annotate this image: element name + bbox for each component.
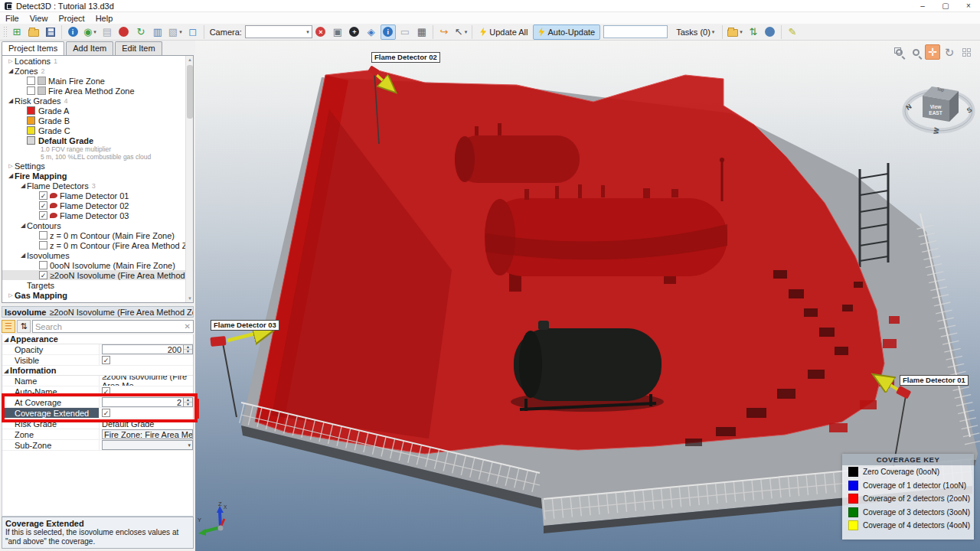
property-value[interactable]: ✓: [99, 386, 193, 396]
record-icon[interactable]: [116, 24, 132, 40]
tree-item[interactable]: ▷Locations1: [2, 56, 193, 66]
alphabetical-view-button[interactable]: ⇅: [17, 320, 31, 333]
tree-item[interactable]: z = 0 m Contour (Main Fire Zone): [2, 230, 193, 240]
tree-item[interactable]: Grade B: [2, 116, 193, 126]
tree-item[interactable]: Grade C: [2, 126, 193, 135]
hud-info-icon[interactable]: i: [381, 24, 396, 40]
dropdown-arrow-icon[interactable]: ▾: [93, 29, 96, 35]
tree-item[interactable]: 0ooN Isovolume (Main Fire Zone): [2, 260, 193, 270]
target-view-icon[interactable]: +: [347, 24, 362, 40]
tree-item[interactable]: ▷Settings: [2, 161, 193, 171]
scroll-down-icon[interactable]: ▼: [186, 295, 194, 302]
expander-closed-icon[interactable]: ▷: [7, 292, 15, 298]
tree-scrollbar[interactable]: ▲ ▼: [185, 56, 193, 302]
select-cursor-icon[interactable]: ↖▾: [453, 24, 469, 40]
property-value[interactable]: ▾: [99, 440, 193, 450]
tree-item[interactable]: z = 0 m Contour (Fire Area Method Zone): [2, 240, 193, 250]
property-checkbox[interactable]: ✓: [102, 409, 110, 417]
grid-icon[interactable]: ▦: [414, 24, 430, 40]
property-row[interactable]: Risk GradeDefault Grade: [2, 419, 193, 429]
export-icon[interactable]: ◉▾: [82, 24, 98, 40]
fit-view-icon[interactable]: ◻: [185, 24, 201, 40]
property-value[interactable]: 200▲▼: [99, 344, 193, 354]
open-recent-icon[interactable]: ▾: [726, 24, 744, 40]
quick-search-input[interactable]: [603, 25, 668, 38]
spin-down-icon[interactable]: ▼: [184, 350, 192, 354]
tree-item[interactable]: ◢Contours: [2, 220, 193, 230]
spin-down-icon[interactable]: ▼: [184, 403, 192, 406]
zoom-icon[interactable]: [908, 44, 923, 60]
report-icon[interactable]: ▧▾: [167, 24, 184, 40]
property-checkbox[interactable]: ✓: [102, 356, 110, 364]
property-value[interactable]: 2▲▼: [99, 397, 193, 407]
auto-update-button[interactable]: Auto-Update: [533, 24, 600, 40]
clear-search-icon[interactable]: ✕: [185, 322, 191, 331]
tree-item[interactable]: ✓Flame Detector 01: [2, 191, 193, 201]
columns-icon[interactable]: ▥: [150, 24, 165, 40]
tree-item[interactable]: ◢Isovolumes: [2, 250, 193, 260]
menu-help[interactable]: Help: [90, 14, 119, 23]
menu-project[interactable]: Project: [53, 14, 90, 23]
tree-checkbox[interactable]: [39, 241, 47, 249]
tree-item[interactable]: Targets: [2, 280, 193, 290]
info-icon[interactable]: i: [65, 24, 80, 40]
view-cube[interactable]: Top View EAST N S W: [904, 86, 973, 135]
rotate-icon[interactable]: ↻: [942, 44, 957, 60]
property-row[interactable]: Name≥2ooN Isovolume (Fire Area Me: [2, 376, 193, 386]
camera-combo[interactable]: ▾: [245, 25, 312, 38]
restore-button[interactable]: ▢: [934, 0, 957, 12]
sort-items-icon[interactable]: ⇅: [746, 24, 761, 40]
expander-open-icon[interactable]: ◢: [19, 222, 27, 229]
dropdown-arrow-icon[interactable]: ▾: [465, 29, 468, 35]
tab-add-item[interactable]: Add Item: [66, 41, 113, 55]
property-checkbox[interactable]: ✓: [102, 387, 110, 396]
menu-view[interactable]: View: [24, 14, 54, 23]
property-row[interactable]: Coverage Extended✓: [2, 408, 193, 419]
minimize-button[interactable]: –: [911, 0, 934, 12]
property-row[interactable]: Opacity200▲▼: [2, 344, 193, 355]
refresh-report-icon[interactable]: ↻: [133, 24, 149, 40]
tab-project-items[interactable]: Project Items: [2, 41, 64, 55]
annotate-pencil-icon[interactable]: ✎: [785, 24, 800, 40]
tab-edit-item[interactable]: Edit Item: [115, 41, 162, 55]
property-row[interactable]: ZoneFire Zone: Fire Area Method▾: [2, 429, 193, 440]
display-icon[interactable]: ▭: [397, 24, 413, 40]
tree-item[interactable]: Main Fire Zone: [2, 76, 193, 86]
property-row[interactable]: At Coverage2▲▼: [2, 397, 193, 408]
tree-item[interactable]: ✓Flame Detector 02: [2, 201, 193, 210]
new-project-icon[interactable]: ⊞: [9, 24, 24, 40]
tree-checkbox[interactable]: [39, 261, 47, 269]
property-value[interactable]: ≥2ooN Isovolume (Fire Area Me: [99, 376, 193, 386]
pan-icon[interactable]: ✛: [925, 44, 940, 60]
tree-item[interactable]: ▷Gas Mapping: [2, 290, 193, 300]
expander-open-icon[interactable]: ◢: [19, 252, 27, 259]
dropdown-arrow-icon[interactable]: ▾: [179, 29, 182, 35]
spinner-buttons[interactable]: ▲▼: [183, 398, 192, 406]
menu-file[interactable]: File: [0, 14, 24, 23]
tree-item[interactable]: Fire Area Method Zone: [2, 86, 193, 96]
tree-checkbox[interactable]: [38, 86, 46, 95]
tree-checkbox[interactable]: [38, 77, 46, 85]
quad-view-icon[interactable]: [959, 44, 974, 60]
close-button[interactable]: ×: [957, 0, 980, 12]
chevron-down-icon[interactable]: ▾: [188, 442, 191, 448]
tree-scroll-thumb[interactable]: [187, 65, 193, 119]
structure-icon[interactable]: ▤: [100, 24, 115, 40]
expander-closed-icon[interactable]: ▷: [7, 58, 15, 64]
tree-checkbox[interactable]: [27, 86, 35, 95]
web-icon[interactable]: [763, 24, 778, 40]
dropdown-control[interactable]: Fire Zone: Fire Area Method▾: [102, 429, 193, 439]
spinner-control[interactable]: 2▲▼: [102, 397, 193, 407]
scroll-up-icon[interactable]: ▲: [186, 56, 194, 64]
orbit-icon[interactable]: ◈: [364, 24, 379, 40]
expander-open-icon[interactable]: ◢: [7, 172, 15, 179]
tree-item[interactable]: ◢Risk Grades4: [2, 96, 193, 106]
property-row[interactable]: Visible✓: [2, 355, 193, 366]
tree-item[interactable]: ◢Flame Detectors3: [2, 181, 193, 191]
tree-checkbox[interactable]: ✓: [39, 271, 47, 279]
toolbar-drag-handle[interactable]: [3, 26, 7, 38]
expander-open-icon[interactable]: ◢: [2, 367, 10, 374]
tree-item[interactable]: ✓Flame Detector 03: [2, 210, 193, 220]
open-project-icon[interactable]: [26, 24, 41, 40]
tree-item[interactable]: ✓≥2ooN Isovolume (Fire Area Method Zone): [2, 270, 193, 280]
